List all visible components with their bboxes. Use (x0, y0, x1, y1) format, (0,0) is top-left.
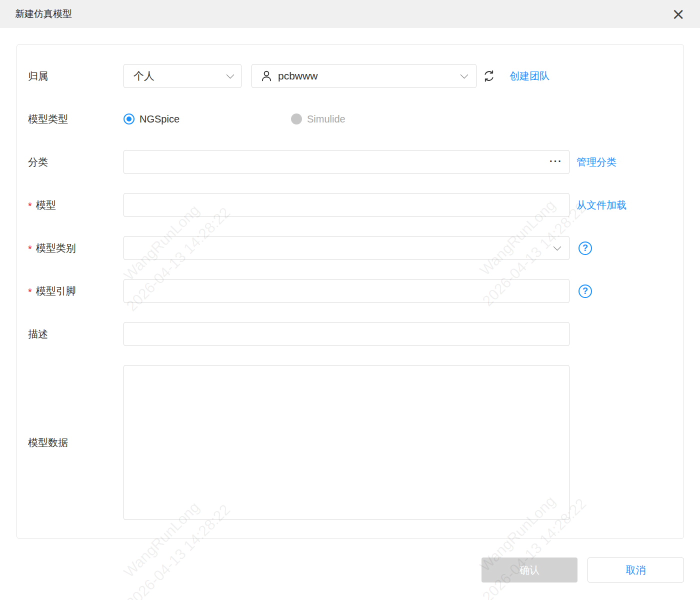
description-input[interactable] (124, 322, 570, 346)
model-class-controls: ? (124, 236, 672, 260)
ownership-controls: 个人 pcbwww (124, 64, 672, 88)
ownership-label: 归属 (28, 70, 124, 83)
dialog-header: 新建仿真模型 × (0, 0, 700, 28)
required-mark: * (28, 244, 32, 255)
help-icon[interactable]: ? (578, 242, 592, 255)
radio-simulide: Simulide (291, 114, 346, 125)
required-mark: * (28, 286, 32, 298)
radio-ngspice[interactable]: NGSpice (124, 114, 291, 125)
radio-dot (126, 116, 132, 122)
model-pins-controls: ? (124, 279, 672, 303)
cancel-button[interactable]: 取消 (588, 558, 684, 582)
category-input[interactable] (124, 150, 570, 174)
row-model-pins: * 模型引脚 ? (28, 279, 672, 303)
chevron-down-icon (460, 71, 468, 79)
row-category: 分类 ··· 管理分类 (28, 150, 672, 174)
model-pins-field-wrap (124, 279, 570, 303)
row-model-class: * 模型类别 ? (28, 236, 672, 260)
ellipsis-icon[interactable]: ··· (550, 156, 562, 166)
chevron-down-icon (554, 243, 562, 251)
description-controls (124, 322, 672, 346)
form-panel: 归属 个人 pcbwww (16, 44, 684, 539)
model-class-label: * 模型类别 (28, 242, 124, 255)
model-type-label: 模型类型 (28, 112, 124, 126)
dialog-footer: 确认 取消 (0, 558, 684, 582)
category-controls: ··· 管理分类 (124, 150, 672, 174)
model-input[interactable] (124, 193, 570, 217)
model-class-label-text: 模型类别 (36, 242, 76, 255)
radio-ngspice-label: NGSpice (140, 114, 180, 125)
description-label: 描述 (28, 328, 124, 341)
new-simulation-model-dialog: 新建仿真模型 × 归属 个人 pcbwww (0, 0, 700, 600)
ownership-type-select[interactable]: 个人 (124, 64, 242, 88)
row-description: 描述 (28, 322, 672, 346)
ownership-user-value: pcbwww (278, 70, 456, 82)
radio-disabled-icon (291, 114, 302, 124)
user-icon (260, 70, 273, 82)
ownership-user-select[interactable]: pcbwww (252, 64, 476, 88)
model-pins-label-text: 模型引脚 (36, 284, 76, 298)
ownership-type-value: 个人 (134, 69, 228, 83)
dialog-title: 新建仿真模型 (15, 8, 72, 20)
category-label: 分类 (28, 156, 124, 169)
model-data-textarea[interactable] (124, 365, 570, 520)
manage-category-link[interactable]: 管理分类 (576, 156, 616, 169)
model-field-wrap (124, 193, 570, 217)
model-type-controls: NGSpice Simulide (124, 114, 672, 125)
create-team-link[interactable]: 创建团队 (510, 70, 550, 83)
confirm-button[interactable]: 确认 (482, 558, 578, 582)
required-mark: * (28, 200, 32, 212)
model-data-controls (124, 365, 672, 520)
model-label: * 模型 (28, 198, 124, 212)
row-ownership: 归属 个人 pcbwww (28, 64, 672, 88)
radio-selected-icon (124, 114, 134, 124)
row-model-data: 模型数据 (28, 365, 672, 520)
radio-simulide-label: Simulide (307, 114, 346, 125)
help-icon[interactable]: ? (578, 284, 592, 298)
category-field-wrap: ··· (124, 150, 570, 174)
model-controls: 从文件加载 (124, 193, 672, 217)
refresh-icon[interactable] (482, 70, 496, 82)
model-data-label: 模型数据 (28, 436, 124, 450)
load-from-file-link[interactable]: 从文件加载 (576, 198, 626, 212)
row-model-type: 模型类型 NGSpice Simulide (28, 107, 672, 131)
close-icon[interactable]: × (670, 6, 687, 22)
model-class-select[interactable] (124, 236, 570, 260)
model-label-text: 模型 (36, 198, 56, 212)
model-pins-label: * 模型引脚 (28, 284, 124, 298)
model-pins-input[interactable] (124, 279, 570, 303)
row-model: * 模型 从文件加载 (28, 193, 672, 217)
description-field-wrap (124, 322, 570, 346)
chevron-down-icon (226, 71, 234, 79)
